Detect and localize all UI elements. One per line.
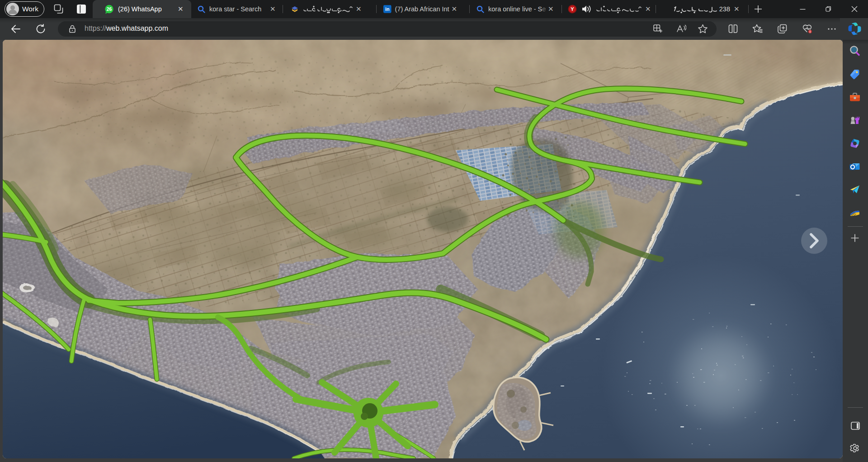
svg-text:Y: Y [571,6,574,12]
svg-text:238: 238 [719,5,730,13]
svg-text:26: 26 [107,6,112,11]
svg-text:in: in [385,6,390,12]
